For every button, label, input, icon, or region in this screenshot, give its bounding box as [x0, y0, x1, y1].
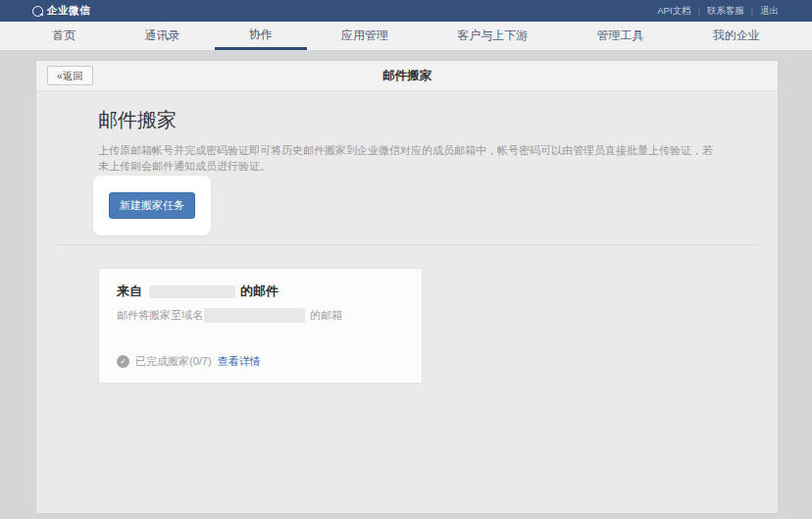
topbar: 企业微信 API文档 | 联系客服 | 退出 — [0, 0, 812, 22]
task-card-subtitle-prefix: 邮件将搬家至域名 — [117, 308, 203, 323]
task-card-title-suffix: 的邮件 — [240, 283, 279, 300]
task-card-title: 来自 的邮件 — [117, 283, 404, 300]
chat-bubble-icon — [32, 6, 43, 17]
task-card-subtitle-suffix: 的邮箱 — [310, 308, 342, 323]
topbar-links: API文档 | 联系客服 | 退出 — [657, 5, 779, 18]
section-description: 上传原邮箱帐号并完成密码验证即可将历史邮件搬家到企业微信对应的成员邮箱中，帐号密… — [98, 142, 716, 174]
new-migration-task-button[interactable]: 新建搬家任务 — [109, 192, 195, 219]
check-circle-icon: ✓ — [117, 355, 129, 368]
tab-contacts[interactable]: 通讯录 — [110, 22, 214, 50]
main-nav: 首页 通讯录 协作 应用管理 客户与上下游 管理工具 我的企业 — [0, 22, 812, 51]
separator: | — [698, 6, 700, 16]
back-button[interactable]: «返回 — [47, 66, 93, 85]
section-title: 邮件搬家 — [98, 107, 778, 133]
panel-body: 邮件搬家 上传原邮箱帐号并完成密码验证即可将历史邮件搬家到企业微信对应的成员邮箱… — [36, 107, 778, 519]
tab-my-company[interactable]: 我的企业 — [679, 22, 794, 50]
redacted-sender-domain — [149, 285, 235, 298]
redacted-target-domain — [204, 308, 305, 323]
migration-status-text: 已完成搬家(0/7) — [135, 354, 212, 369]
topbar-link-logout[interactable]: 退出 — [760, 5, 779, 18]
task-card-title-prefix: 来自 — [117, 283, 142, 300]
brand-logo: 企业微信 — [32, 4, 90, 18]
tab-app-management[interactable]: 应用管理 — [307, 22, 423, 50]
separator: | — [751, 6, 753, 16]
tab-collaboration[interactable]: 协作 — [215, 22, 307, 50]
button-spotlight-highlight: 新建搬家任务 — [93, 176, 211, 235]
topbar-link-support[interactable]: 联系客服 — [707, 5, 744, 18]
tab-home[interactable]: 首页 — [18, 22, 110, 50]
task-status-row: ✓ 已完成搬家(0/7) 查看详情 — [117, 354, 261, 369]
task-card-subtitle: 邮件将搬家至域名 的邮箱 — [117, 308, 404, 323]
migration-task-card: 来自 的邮件 邮件将搬家至域名 的邮箱 ✓ 已完成搬家(0/7) 查看详情 — [98, 268, 423, 384]
panel-header: «返回 邮件搬家 — [36, 61, 778, 91]
topbar-link-api-docs[interactable]: API文档 — [657, 5, 690, 18]
content-panel: «返回 邮件搬家 邮件搬家 上传原邮箱帐号并完成密码验证即可将历史邮件搬家到企业… — [36, 61, 778, 513]
view-details-link[interactable]: 查看详情 — [218, 354, 261, 369]
section-divider — [57, 244, 757, 245]
page-title: 邮件搬家 — [36, 61, 778, 91]
brand-name: 企业微信 — [47, 4, 90, 18]
tab-customers-upstream[interactable]: 客户与上下游 — [423, 22, 562, 50]
tab-admin-tools[interactable]: 管理工具 — [562, 22, 678, 50]
